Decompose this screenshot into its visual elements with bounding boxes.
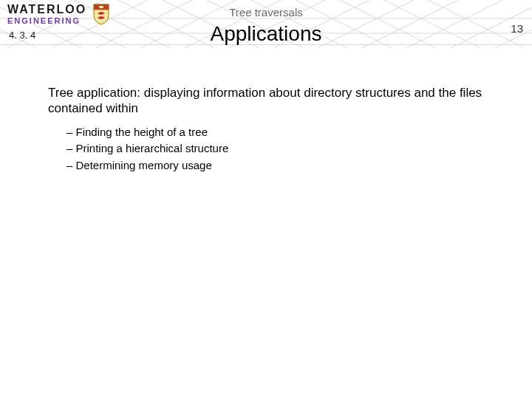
breadcrumb: Tree traversals bbox=[0, 6, 532, 18]
list-item: Printing a hierarchical structure bbox=[66, 140, 495, 157]
list-item: Finding the height of a tree bbox=[66, 124, 495, 141]
bullet-list: Finding the height of a tree Printing a … bbox=[66, 124, 495, 174]
body-content: Tree application: displaying information… bbox=[48, 85, 495, 174]
lead-paragraph: Tree application: displaying information… bbox=[48, 85, 495, 117]
slide-title: Applications bbox=[0, 22, 532, 46]
list-item: Determining memory usage bbox=[66, 157, 495, 174]
